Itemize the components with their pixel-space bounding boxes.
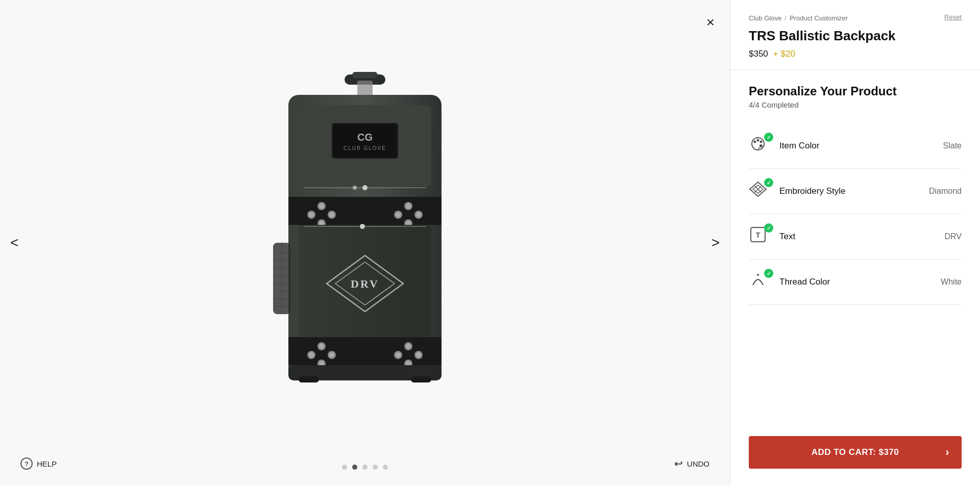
svg-point-19	[319, 203, 324, 209]
option-row-embroidery-style[interactable]: ✓Embroidery StyleDiamond	[749, 169, 962, 214]
svg-rect-69	[299, 376, 319, 382]
price-row: $350 + $20	[749, 49, 962, 59]
close-button[interactable]: ×	[706, 15, 715, 30]
completed-text: 4/4 Completed	[749, 100, 962, 109]
option-value-text: DRV	[945, 232, 962, 241]
svg-point-31	[416, 212, 421, 217]
check-badge: ✓	[764, 269, 773, 278]
personalize-section: Personalize Your Product 4/4 Completed ✓…	[730, 70, 980, 424]
svg-text:CG: CG	[357, 132, 373, 143]
option-row-thread-color[interactable]: ✓Thread ColorWhite	[749, 260, 962, 305]
prev-image-button[interactable]: <	[10, 235, 18, 251]
svg-point-74	[760, 141, 763, 143]
help-button[interactable]: ? HELP	[20, 457, 57, 470]
svg-point-23	[329, 212, 334, 217]
help-icon: ?	[20, 457, 33, 470]
add-to-cart-label: ADD TO CART: $370	[812, 447, 899, 457]
dot-5[interactable]	[383, 465, 388, 470]
product-title: TRS Ballistic Backpack	[749, 28, 962, 44]
svg-rect-4	[352, 72, 378, 78]
svg-point-82	[757, 274, 759, 276]
undo-button[interactable]: ↩ UNDO	[674, 457, 709, 470]
reset-button[interactable]: Reset	[944, 13, 962, 21]
svg-point-29	[396, 212, 401, 217]
product-image: CG CLUB GLOVE	[232, 64, 498, 421]
svg-point-47	[329, 352, 334, 358]
option-label-thread-color: Thread Color	[779, 277, 936, 287]
thread-icon-container: ✓	[749, 271, 771, 293]
option-label-embroidery-style: Embroidery Style	[779, 186, 924, 196]
undo-icon: ↩	[674, 457, 683, 470]
right-panel: Club Glove / Product Customizer Reset TR…	[730, 0, 980, 485]
breadcrumb-parent[interactable]: Club Glove	[749, 14, 781, 22]
svg-point-53	[396, 352, 401, 358]
svg-point-21	[309, 212, 314, 217]
embroidery-icon-container: ✓	[749, 180, 771, 202]
check-badge: ✓	[764, 223, 773, 233]
svg-point-73	[757, 139, 760, 142]
text-icon-container: T ✓	[749, 225, 771, 248]
add-to-cart-button[interactable]: ADD TO CART: $370 ›	[749, 436, 962, 469]
product-image-container: CG CLUB GLOVE	[0, 34, 730, 452]
options-list: ✓Item ColorSlate ✓Embroidery StyleDiamon…	[749, 123, 962, 305]
option-value-embroidery-style: Diamond	[929, 187, 962, 196]
svg-point-55	[416, 352, 421, 358]
cart-arrow-icon: ›	[945, 446, 949, 459]
dot-3[interactable]	[362, 465, 368, 470]
addon-price: + $20	[773, 49, 795, 59]
option-value-thread-color: White	[941, 277, 962, 287]
svg-point-15	[362, 185, 368, 190]
option-row-item-color[interactable]: ✓Item ColorSlate	[749, 123, 962, 169]
undo-label: UNDO	[687, 460, 709, 468]
product-image-panel: × < >	[0, 0, 730, 485]
image-dots	[342, 465, 388, 470]
svg-text:CLUB GLOVE: CLUB GLOVE	[344, 145, 386, 151]
svg-point-27	[406, 203, 411, 209]
svg-text:DRV: DRV	[351, 277, 379, 290]
breadcrumb-current: Product Customizer	[790, 14, 848, 22]
dot-4[interactable]	[373, 465, 378, 470]
svg-point-72	[754, 141, 756, 143]
option-row-text[interactable]: T ✓TextDRV	[749, 214, 962, 260]
svg-point-43	[319, 344, 324, 349]
option-value-item-color: Slate	[943, 141, 962, 150]
svg-point-37	[360, 224, 365, 229]
breadcrumb-separator: /	[785, 14, 787, 22]
svg-point-16	[353, 186, 357, 190]
product-header: Club Glove / Product Customizer Reset TR…	[730, 0, 980, 70]
option-label-item-color: Item Color	[779, 141, 938, 151]
personalize-title: Personalize Your Product	[749, 84, 962, 98]
dot-2[interactable]	[352, 465, 357, 470]
help-label: HELP	[37, 460, 57, 468]
svg-text:T: T	[756, 231, 761, 239]
breadcrumb: Club Glove / Product Customizer	[749, 14, 848, 22]
svg-point-45	[309, 352, 314, 358]
svg-point-51	[406, 344, 411, 349]
next-image-button[interactable]: >	[712, 235, 720, 251]
palette-icon-container: ✓	[749, 135, 771, 157]
dot-1[interactable]	[342, 465, 347, 470]
svg-rect-70	[411, 376, 431, 382]
check-badge: ✓	[764, 178, 773, 187]
base-price: $350	[749, 49, 768, 59]
option-label-text: Text	[779, 232, 940, 242]
check-badge: ✓	[764, 133, 773, 142]
